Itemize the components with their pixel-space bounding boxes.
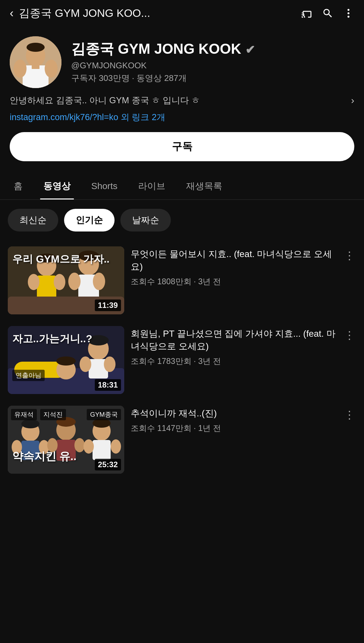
video-2-info: 회원님, PT 끝나셨으면 집에 가셔야 지효... (feat. 마녀식당으로…	[131, 326, 336, 367]
video-list: 우리 GYM으로 가자.. 11:39 무엇이든 물어보시 지효.. (feat…	[0, 241, 364, 492]
thumbnail-3-tag3: GYM종국	[87, 409, 121, 420]
svg-point-0	[347, 9, 349, 11]
svg-point-19	[93, 273, 105, 290]
thumbnail-2-text: 자고..가는거니..?	[12, 333, 92, 345]
svg-point-30	[104, 356, 116, 372]
thumbnail-1[interactable]: 우리 GYM으로 가자.. 11:39	[8, 246, 124, 314]
channel-stats: 구독자 303만명 · 동영상 287개	[71, 73, 354, 84]
video-1-more-button[interactable]: ⋮	[343, 248, 356, 263]
svg-point-40	[21, 419, 39, 428]
tab-home[interactable]: 홈	[3, 173, 33, 199]
description-text: 안녕하세요 김종국.. 아니 GYM 종국 ㅎ 입니다 ㅎ	[10, 95, 348, 106]
top-bar-icons	[301, 7, 354, 19]
back-button[interactable]: ‹	[10, 6, 14, 20]
sort-bar: 최신순 인기순 날짜순	[0, 200, 364, 241]
list-item: 우리 GYM으로 가자.. 11:39 무엇이든 물어보시 지효.. (feat…	[0, 241, 364, 320]
video-3-meta: 조회수 1147만회 · 1년 전	[131, 423, 336, 434]
thumbnail-1-duration: 11:39	[95, 299, 121, 311]
channel-name: 김종국 GYM JONG KOOK ✔	[71, 40, 354, 58]
avatar	[10, 36, 61, 88]
description-expand-icon[interactable]: ›	[351, 95, 354, 106]
video-3-title: 추석이니까 재석..(진)	[131, 407, 336, 420]
video-2-title: 회원님, PT 끝나셨으면 집에 가셔야 지효... (feat. 마녀식당으로…	[131, 327, 336, 353]
svg-rect-39	[93, 440, 111, 460]
top-bar-left: ‹ 김종국 GYM JONG KOO...	[10, 6, 150, 21]
tab-bar: 홈 동영상 Shorts 라이브 재생목록	[0, 173, 364, 200]
channel-info: 김종국 GYM JONG KOOK ✔ @GYMJONGKOOK 구독자 303…	[71, 40, 354, 84]
page-title: 김종국 GYM JONG KOO...	[19, 6, 150, 21]
svg-point-48	[111, 439, 121, 454]
thumbnail-2-label: 연출아님	[12, 370, 45, 381]
svg-rect-13	[37, 276, 56, 298]
svg-point-29	[80, 356, 91, 372]
svg-point-2	[347, 16, 349, 18]
video-1-title: 무엇이든 물어보시 지효.. (feat. 마녀식당으로 오세요)	[131, 248, 336, 273]
avatar-image	[10, 36, 61, 88]
svg-point-1	[347, 12, 349, 14]
svg-point-8	[14, 60, 27, 78]
thumbnail-3-tag2: 지석진	[40, 409, 66, 420]
sort-newest-button[interactable]: 최신순	[8, 209, 58, 231]
sort-popular-button[interactable]: 인기순	[64, 209, 115, 231]
tab-shorts[interactable]: Shorts	[81, 174, 128, 198]
svg-point-14	[28, 274, 39, 290]
search-icon	[322, 7, 334, 19]
svg-point-15	[54, 274, 65, 290]
tab-live[interactable]: 라이브	[128, 173, 176, 199]
more-button[interactable]	[343, 7, 354, 19]
video-3-info: 추석이니까 재석..(진) 조회수 1147만회 · 1년 전	[131, 406, 336, 434]
cast-button[interactable]	[301, 7, 313, 19]
more-vertical-icon	[343, 7, 354, 19]
video-1-meta: 조회수 1808만회 · 3년 전	[131, 276, 336, 287]
thumbnail-1-text: 우리 GYM으로 가자..	[12, 253, 109, 265]
search-button[interactable]	[322, 7, 334, 19]
video-1-info: 무엇이든 물어보시 지효.. (feat. 마녀식당으로 오세요) 조회수 18…	[131, 246, 336, 287]
svg-point-18	[68, 273, 81, 290]
video-2-meta: 조회수 1783만회 · 3년 전	[131, 356, 336, 367]
video-2-more-button[interactable]: ⋮	[343, 327, 356, 343]
tab-videos[interactable]: 동영상	[33, 173, 81, 199]
svg-point-6	[27, 43, 45, 52]
verified-badge: ✔	[245, 43, 255, 56]
svg-point-9	[45, 60, 58, 78]
list-item: 자고..가는거니..? 연출아님 18:31 회원님, PT 끝나셨으면 집에 …	[0, 320, 364, 400]
sort-date-button[interactable]: 날짜순	[120, 209, 171, 231]
channel-profile: 김종국 GYM JONG KOOK ✔ @GYMJONGKOOK 구독자 303…	[0, 27, 364, 95]
channel-links[interactable]: instagram.com/kjk76/?hl=ko 외 링크 2개	[0, 111, 364, 132]
cast-icon	[301, 7, 313, 19]
top-bar: ‹ 김종국 GYM JONG KOO...	[0, 0, 364, 27]
thumbnail-3-text: 약속지킨 유..	[12, 449, 76, 464]
list-item: 유재석 지석진 GYM종국 약속지킨 유.. 25:32 추석이니까 재석..(…	[0, 400, 364, 479]
tab-playlist[interactable]: 재생목록	[176, 173, 233, 199]
svg-point-47	[83, 439, 94, 454]
thumbnail-3[interactable]: 유재석 지석진 GYM종국 약속지킨 유.. 25:32	[8, 406, 124, 474]
channel-description[interactable]: 안녕하세요 김종국.. 아니 GYM 종국 ㅎ 입니다 ㅎ ›	[0, 95, 364, 111]
video-3-more-button[interactable]: ⋮	[343, 407, 356, 423]
svg-point-31	[56, 356, 76, 366]
channel-handle: @GYMJONGKOOK	[71, 61, 354, 71]
thumbnail-3-duration: 25:32	[95, 459, 121, 470]
svg-rect-10	[32, 64, 39, 69]
thumbnail-2-duration: 18:31	[95, 379, 121, 391]
thumbnail-3-tag1: 유재석	[11, 409, 37, 420]
subscribe-button[interactable]: 구독	[10, 132, 354, 161]
thumbnail-2[interactable]: 자고..가는거니..? 연출아님 18:31	[8, 326, 124, 394]
